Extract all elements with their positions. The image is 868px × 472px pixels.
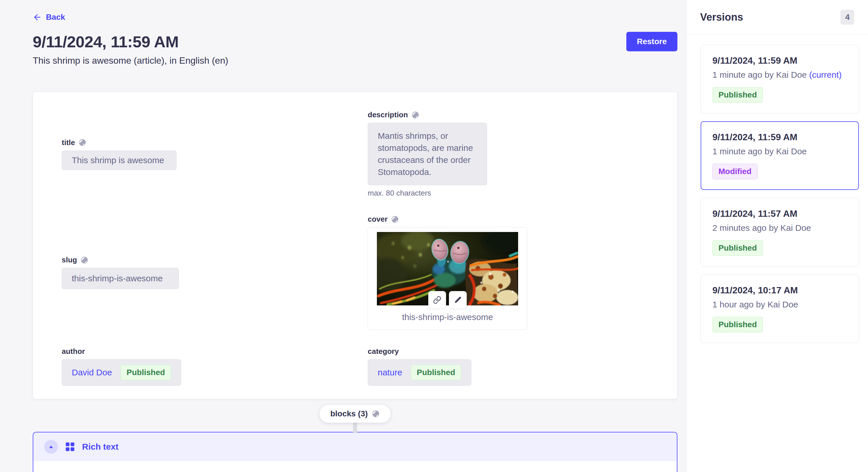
title-input — [62, 150, 177, 170]
category-relation-link[interactable]: nature — [378, 368, 402, 377]
pencil-icon — [454, 296, 462, 304]
cover-asset-card: this-shrimp-is-awesome — [368, 227, 527, 330]
globe-icon — [411, 111, 420, 119]
description-textarea: Mantis shrimps, or stomatopods, are mari… — [368, 123, 487, 185]
version-card[interactable]: 9/11/2024, 11:59 AM 1 minute ago by Kai … — [701, 121, 859, 190]
current-version-label: (current) — [809, 70, 842, 79]
versions-title: Versions — [700, 11, 743, 23]
versions-sidebar: Versions 4 9/11/2024, 11:59 AM 1 minute … — [686, 0, 868, 472]
version-meta: 2 minutes ago by Kai Doe — [712, 223, 847, 233]
cover-field-label: cover — [368, 215, 661, 224]
globe-icon — [79, 138, 86, 146]
category-status-badge: Published — [411, 365, 461, 380]
version-meta: 1 minute ago by Kai Doe — [712, 146, 847, 156]
back-label: Back — [46, 12, 65, 22]
main-area: Back 9/11/2024, 11:59 AM Restore This sh… — [0, 0, 686, 472]
version-status-badge: Published — [712, 317, 763, 332]
author-relation-link[interactable]: David Doe — [72, 368, 112, 377]
version-status-badge: Published — [712, 240, 763, 256]
versions-count-badge: 4 — [840, 10, 854, 25]
title-field-label: title — [62, 138, 355, 147]
back-link[interactable]: Back — [33, 12, 65, 22]
app-layout: Back 9/11/2024, 11:59 AM Restore This sh… — [0, 0, 868, 472]
blocks-pill-label: blocks (3) — [330, 409, 368, 418]
slug-input — [62, 268, 179, 289]
description-hint: max. 80 characters — [368, 189, 661, 198]
globe-icon — [391, 215, 399, 224]
slug-field-label: slug — [62, 256, 355, 264]
version-list: 9/11/2024, 11:59 AM 1 minute ago by Kai … — [686, 34, 868, 343]
page-subtitle: This shrimp is awesome (article), in Eng… — [33, 55, 677, 66]
author-relation-box: David Doe Published — [62, 359, 181, 386]
version-date: 9/11/2024, 11:59 AM — [712, 132, 847, 142]
edit-asset-button[interactable] — [449, 291, 467, 309]
cover-actions — [428, 291, 467, 309]
category-relation-box: nature Published — [368, 359, 471, 386]
version-status-badge: Modified — [712, 164, 757, 179]
version-date: 9/11/2024, 11:57 AM — [712, 208, 847, 219]
version-form-card: title description Mantis shrimps, or sto… — [33, 92, 677, 399]
globe-icon — [81, 256, 88, 264]
collapse-button[interactable] — [44, 440, 58, 453]
version-meta: 1 minute ago by Kai Doe (current) — [712, 70, 847, 80]
component-grid-icon — [65, 442, 74, 451]
globe-icon — [372, 410, 380, 418]
blocks-pill: blocks (3) — [319, 405, 391, 423]
author-status-badge: Published — [121, 365, 171, 380]
blocks-connector-area: blocks (3) — [33, 405, 677, 432]
version-card[interactable]: 9/11/2024, 11:59 AM 1 minute ago by Kai … — [701, 45, 859, 113]
rich-text-block: Rich text body — [33, 432, 677, 472]
copy-link-button[interactable] — [428, 291, 446, 309]
author-field-label: author — [62, 347, 355, 356]
restore-button[interactable]: Restore — [626, 32, 677, 51]
version-card[interactable]: 9/11/2024, 10:17 AM 1 hour ago by Kai Do… — [701, 274, 859, 343]
version-status-badge: Published — [712, 87, 763, 103]
page-title: 9/11/2024, 11:59 AM — [33, 32, 179, 51]
version-date: 9/11/2024, 11:59 AM — [712, 55, 847, 66]
description-field-label: description — [368, 110, 661, 119]
rich-text-block-title: Rich text — [82, 442, 119, 452]
chevron-up-icon — [48, 444, 54, 450]
version-meta: 1 hour ago by Kai Doe — [712, 300, 847, 309]
back-arrow-icon — [33, 12, 42, 22]
version-card[interactable]: 9/11/2024, 11:57 AM 2 minutes ago by Kai… — [701, 198, 859, 266]
cover-caption: this-shrimp-is-awesome — [373, 312, 522, 322]
rich-text-block-header[interactable]: Rich text — [33, 432, 677, 461]
version-date: 9/11/2024, 10:17 AM — [712, 285, 847, 296]
link-icon — [433, 296, 441, 304]
category-field-label: category — [368, 347, 661, 356]
